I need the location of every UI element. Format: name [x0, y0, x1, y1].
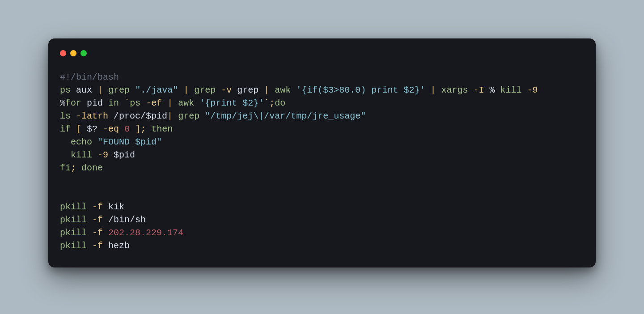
flag: -f	[92, 215, 103, 225]
maximize-icon[interactable]	[80, 50, 87, 56]
kw-for: or	[71, 98, 81, 108]
awk-program: '{if($3>80.0) print $2}'	[296, 85, 425, 95]
semicolon-icon: ;	[71, 163, 76, 173]
window-titlebar	[60, 48, 584, 58]
pipe-icon: |	[264, 85, 269, 95]
var: $?	[87, 124, 97, 134]
ip-address: 202.28.229.174	[108, 228, 183, 238]
cmd-ls: ls	[60, 111, 71, 121]
awk-program: '{print $2}'	[199, 98, 264, 108]
path: /proc/$pid	[114, 111, 167, 121]
arg: /bin/sh	[108, 215, 146, 225]
shebang: #!/bin/bash	[60, 72, 119, 82]
string-literal: "./java"	[135, 85, 178, 95]
arg: %	[490, 85, 495, 95]
kw-in: in	[108, 98, 119, 108]
var-pid: pid	[87, 98, 103, 108]
flag: -f	[92, 241, 103, 251]
pipe-icon: |	[97, 85, 103, 95]
kw-done: done	[81, 163, 103, 173]
code-block: #!/bin/bash ps aux | grep "./java" | gre…	[60, 71, 584, 252]
cmd-grep: grep	[178, 111, 199, 121]
cmd-grep: grep	[108, 85, 130, 95]
flag: -9	[527, 85, 538, 95]
flag: -ef	[146, 98, 162, 108]
arg: kik	[108, 202, 124, 212]
cmd-awk: awk	[275, 85, 291, 95]
wrap-char: %	[60, 98, 65, 108]
cmd-pkill: pkill	[60, 202, 87, 212]
semicolon-icon: ;	[269, 98, 275, 108]
cmd-pkill: pkill	[60, 228, 87, 238]
pipe-icon: |	[167, 111, 173, 121]
flag: -f	[92, 228, 103, 238]
flag: -f	[92, 202, 103, 212]
pipe-icon: |	[183, 85, 189, 95]
close-icon[interactable]	[60, 50, 66, 56]
cmd-pkill: pkill	[60, 241, 87, 251]
var: $pid	[114, 150, 135, 160]
bracket-icon: [	[76, 124, 81, 134]
flag: -I	[473, 85, 484, 95]
pipe-icon: |	[167, 98, 173, 108]
string-literal: "	[157, 137, 162, 147]
arg-aux: aux	[76, 85, 92, 95]
cmd-kill: kill	[500, 85, 522, 95]
bracket-icon: ]	[135, 124, 140, 134]
cmd-awk: awk	[178, 98, 194, 108]
cmd-ps: ps	[130, 98, 140, 108]
backtick-icon: `	[264, 98, 269, 108]
kw-if: if	[60, 124, 71, 134]
kw-for: f	[65, 98, 71, 108]
flag: -v	[221, 85, 232, 95]
cmd-ps: ps	[60, 85, 71, 95]
terminal-window: #!/bin/bash ps aux | grep "./java" | gre…	[48, 38, 596, 267]
number: 0	[124, 124, 130, 134]
minimize-icon[interactable]	[70, 50, 76, 56]
cmd-pkill: pkill	[60, 215, 87, 225]
string-literal: "/tmp/jej\|/var/tmp/jre_usage"	[205, 111, 366, 121]
kw-fi: fi	[60, 163, 71, 173]
arg: hezb	[108, 241, 130, 251]
string-literal: "FOUND	[97, 137, 135, 147]
cmd-echo: echo	[71, 137, 92, 147]
kw-then: then	[151, 124, 173, 134]
arg: grep	[237, 85, 258, 95]
flag: -eq	[103, 124, 119, 134]
backtick-icon: `	[124, 98, 130, 108]
string-var: $pid	[135, 137, 157, 147]
cmd-grep: grep	[194, 85, 216, 95]
cmd-kill: kill	[71, 150, 92, 160]
pipe-icon: |	[430, 85, 436, 95]
kw-do: do	[275, 98, 285, 108]
flag: -9	[97, 150, 108, 160]
flag: -latrh	[76, 111, 108, 121]
page-background: #!/bin/bash ps aux | grep "./java" | gre…	[0, 0, 644, 314]
semicolon-icon: ;	[140, 124, 146, 134]
cmd-xargs: xargs	[441, 85, 468, 95]
